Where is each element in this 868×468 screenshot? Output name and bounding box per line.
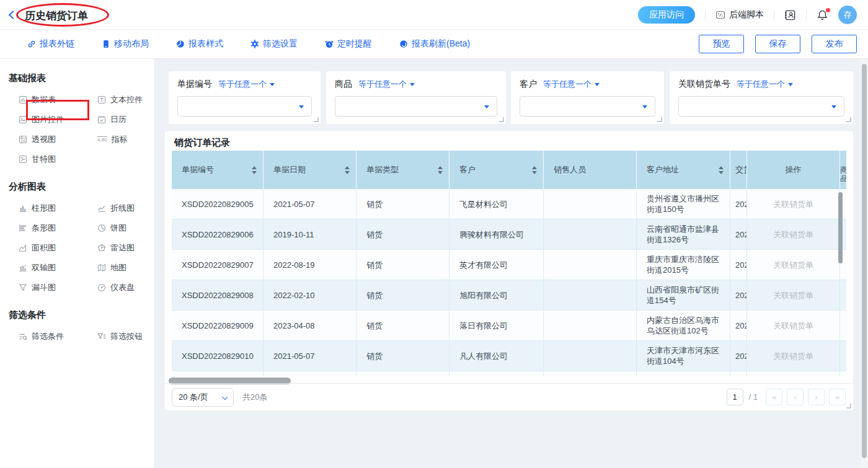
resize-handle[interactable] [499,117,504,122]
column-header-address[interactable]: 客户地址 [637,151,730,189]
page-size-select[interactable]: 20 条/页 [172,388,234,407]
table-vertical-scrollbar[interactable] [838,192,843,263]
cell-delivery-clipped: 202 [730,311,747,341]
sidebar-item-bar-chart[interactable]: 条形图 [19,223,90,234]
table-row[interactable]: XSDD20220829009 2023-04-08 销货 落日有限公司 内蒙古… [172,311,846,341]
toolbar-item-scheduled-reminder[interactable]: 定时提醒 [325,38,372,50]
avatar[interactable]: 存 [838,6,857,24]
link-delivery-order-button[interactable]: 关联销货单 [747,250,840,280]
sidebar-item-image-widget[interactable]: 图片控件 [19,114,90,125]
sidebar-item-line-chart[interactable]: 折线图 [97,203,153,214]
contacts-button[interactable] [784,9,796,21]
sidebar-item-gauge-chart[interactable]: 仪表盘 [97,282,153,293]
column-header-type[interactable]: 单据类型 [356,151,450,189]
table-row[interactable]: XSDD20220829010 2021-05-07 销货 凡人有限公司 天津市… [172,341,846,371]
filter-card-order-no[interactable]: 单据编号 等于任意一个 [169,71,321,124]
cell-delivery-clipped: 202 [730,189,747,219]
cell-type: 销货 [356,341,450,371]
cell-type: 销货 [356,219,450,250]
table-row[interactable]: XSDD20220829007 2022-08-19 销货 英才有限公司 重庆市… [172,250,846,280]
filter-operator[interactable]: 等于任意一个 [737,79,793,90]
sort-icon[interactable] [719,166,724,174]
toolbar-item-external-link[interactable]: 报表外链 [27,38,74,50]
filter-operator[interactable]: 等于任意一个 [543,79,600,90]
toolbar-item-filter-settings[interactable]: 筛选设置 [250,38,298,50]
preview-button[interactable]: 预览 [699,35,744,53]
sidebar-item-filter-button[interactable]: 筛选按钮 [97,331,153,342]
link-delivery-order-button[interactable]: 关联销货单 [747,311,840,341]
sidebar-item-calendar[interactable]: 日历 [97,114,153,125]
sidebar-item-pie-chart[interactable]: 饼图 [97,223,153,234]
toolbar-item-report-refresh[interactable]: 报表刷新(Beta) [399,38,470,50]
last-page-button[interactable]: » [829,389,846,405]
sidebar-item-area-chart[interactable]: 面积图 [19,242,90,254]
column-header-delivery-clipped[interactable]: 交货 [730,151,747,189]
resize-handle[interactable] [314,117,319,122]
toolbar-item-report-style[interactable]: 报表样式 [176,38,223,50]
resize-handle[interactable] [657,117,662,122]
column-header-date[interactable]: 单据日期 [264,151,356,189]
filter-dropdown[interactable] [520,96,655,117]
link-delivery-order-button[interactable]: 关联销货单 [747,280,840,311]
resize-handle[interactable] [846,404,851,408]
address-book-icon [784,9,796,21]
gauge-icon [97,283,106,292]
column-header-customer[interactable]: 客户 [450,151,544,189]
table-row[interactable]: XSDD20220829006 2019-10-11 销货 腾骏材料有限公司 云… [172,219,846,250]
toolbar-item-mobile-layout[interactable]: 移动布局 [102,38,149,50]
link-delivery-order-button[interactable]: 关联销货单 [747,219,840,250]
back-icon[interactable] [9,11,17,19]
filter-operator[interactable]: 等于任意一个 [218,79,275,90]
cell-order-no: XSDD20220829006 [172,219,264,250]
caret-down-icon [270,83,275,86]
cell-customer: 旭阳有限公司 [450,280,544,311]
page-number-input[interactable] [727,389,743,405]
cell-order-no: XSDD20220829005 [172,189,264,219]
backend-script-button[interactable]: 后端脚本 [715,9,764,20]
filter-dropdown[interactable] [678,96,844,117]
sidebar-item-filter-condition[interactable]: 筛选条件 [19,331,90,342]
cell-order-no: XSDD20220829010 [172,341,264,371]
table-row[interactable]: XSDD20220829005 2021-05-07 销货 飞星材料公司 贵州省… [172,189,846,219]
publish-button[interactable]: 发布 [812,35,857,53]
filter-operator[interactable]: 等于任意一个 [358,79,415,90]
sidebar-item-pivot-table[interactable]: 透视图 [19,134,90,145]
sidebar-item-text-widget[interactable]: 文本控件 [97,94,153,105]
first-page-button[interactable]: « [766,389,782,405]
app-access-button[interactable]: 应用访问 [638,6,695,24]
filter-dropdown[interactable] [335,96,497,117]
notifications-button[interactable] [817,9,828,21]
table-row[interactable]: XSDD20220829008 2022-02-10 销货 旭阳有限公司 山西省… [172,280,846,311]
filter-card-linked-delivery-no[interactable]: 关联销货单号 等于任意一个 [670,71,853,124]
sales-order-table-card[interactable]: 销货订单记录 单据编号 单据日期 单据类型 客户 销售人员 客户地址 交货 操作… [165,131,853,410]
chevron-down-icon [222,394,228,399]
filter-card-product[interactable]: 商品 等于任意一个 [326,71,506,124]
sidebar-item-data-table[interactable]: 数据表 [19,94,90,105]
sidebar-item-column-chart[interactable]: 柱形图 [19,203,90,214]
page-scrollbar[interactable] [861,59,868,468]
column-header-sales[interactable]: 销售人员 [544,151,637,189]
link-delivery-order-button[interactable]: 关联销货单 [747,341,840,371]
link-delivery-order-button[interactable]: 关联销货单 [747,189,840,219]
sort-icon[interactable] [532,166,537,174]
save-button[interactable]: 保存 [755,35,800,53]
cell-delivery-clipped: 202 [730,341,747,371]
pivot-icon [19,135,27,144]
sort-icon[interactable] [252,166,257,174]
sort-icon[interactable] [438,166,443,174]
sidebar-item-kpi[interactable]: 4,80 指标 [97,134,153,145]
sidebar-item-dual-axis-chart[interactable]: 双轴图 [19,262,90,273]
resize-handle[interactable] [846,117,851,122]
filter-card-customer[interactable]: 客户 等于任意一个 [511,71,664,124]
page-scrollbar-thumb[interactable] [862,64,867,458]
sidebar-item-radar-chart[interactable]: 雷达图 [97,242,153,254]
column-header-order-no[interactable]: 单据编号 [172,151,264,189]
filter-dropdown[interactable] [177,96,312,117]
prev-page-button[interactable]: ‹ [787,389,804,405]
next-page-button[interactable]: › [808,389,825,405]
sort-icon[interactable] [345,166,350,174]
cell-sales [544,280,637,311]
sidebar-item-map-chart[interactable]: 地图 [97,262,153,273]
sidebar-item-gantt[interactable]: 甘特图 [19,154,90,165]
sidebar-item-funnel-chart[interactable]: 漏斗图 [19,282,90,293]
